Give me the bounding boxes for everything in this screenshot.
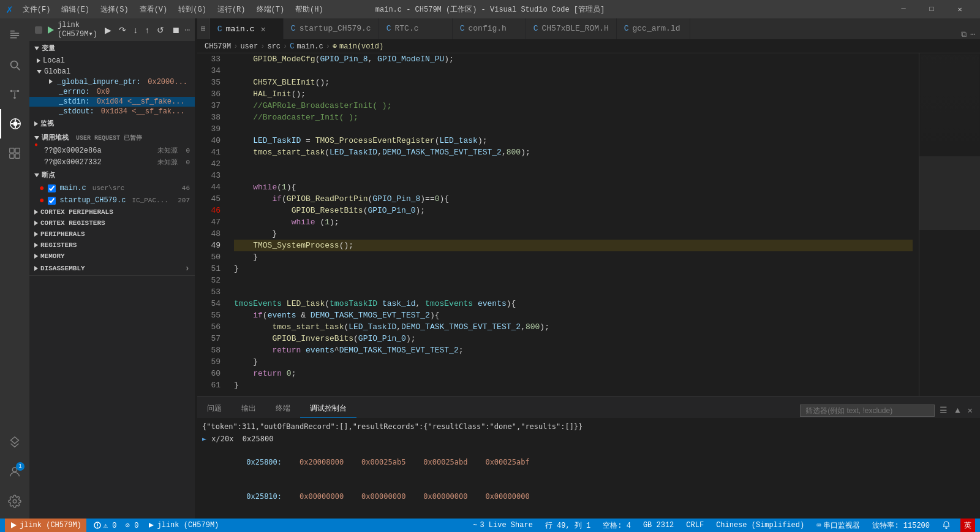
breadcrumb-user[interactable]: user: [240, 42, 258, 51]
peripherals-header[interactable]: PERIPHERALS: [29, 229, 195, 240]
variables-section-header[interactable]: 变量: [29, 41, 195, 55]
more-tabs-btn[interactable]: ⋯: [970, 29, 975, 39]
debug-stepout-btn[interactable]: ↑: [143, 24, 152, 36]
var-value-stdin: 0x1d04 <__sf_fake...: [97, 97, 185, 106]
status-eol[interactable]: CRLF: [684, 519, 706, 532]
registers-header[interactable]: REGISTERS: [29, 240, 195, 251]
menu-bar[interactable]: 文件(F) 编辑(E) 选择(S) 查看(V) 转到(G) 运行(R) 终端(T…: [18, 3, 328, 16]
activity-settings[interactable]: [0, 487, 29, 516]
maximize-button[interactable]: □: [918, 0, 946, 18]
status-indent[interactable]: 空格: 4: [600, 519, 633, 532]
menu-terminal[interactable]: 终端(T): [252, 3, 290, 16]
menu-edit[interactable]: 编辑(E): [56, 3, 94, 16]
disassembly-header[interactable]: DISASSEMBLY ›: [29, 262, 195, 276]
menu-goto[interactable]: 转到(G): [173, 3, 211, 16]
minimap-slider[interactable]: [919, 156, 980, 230]
debug-restart-btn[interactable]: ↺: [154, 24, 167, 36]
menu-view[interactable]: 查看(V): [135, 3, 173, 16]
stack-item-0[interactable]: ??@0x0002e86a 未知源 0: [29, 145, 195, 156]
status-monitor[interactable]: ⌨ 串口监视器: [814, 519, 862, 532]
panel-maximize-btn[interactable]: ▲: [952, 403, 962, 418]
svg-marker-23: [149, 523, 154, 528]
bp-item-1[interactable]: ● startup_CH579.c IC_PAC... 207: [29, 194, 195, 207]
panel-tab-debug-console[interactable]: 调试控制台: [300, 400, 356, 418]
activity-extensions[interactable]: [0, 139, 29, 168]
breakpoints-section-header[interactable]: 断点: [29, 168, 195, 182]
tab-config[interactable]: C config.h: [453, 18, 526, 39]
status-ime[interactable]: 英: [960, 519, 975, 532]
breakpoints-section: ● main.c user\src 46 ● startup_CH579.c I…: [29, 182, 195, 207]
tab-ble-rom[interactable]: C CH57xBLE_ROM.H: [526, 18, 617, 39]
global-group[interactable]: Global: [29, 66, 195, 77]
status-errors[interactable]: ⚠ 0 ⊘ 0: [91, 519, 141, 532]
cortex-peripherals-header[interactable]: CORTEX PERIPHERALS: [29, 207, 195, 218]
minimize-button[interactable]: —: [889, 0, 918, 18]
var-item-stdin[interactable]: _stdin: 0x1d04 <__sf_fake...: [29, 97, 195, 107]
debug-stepinto-btn[interactable]: ↓: [131, 24, 140, 36]
activity-explorer[interactable]: [0, 21, 29, 50]
status-position[interactable]: 行 49, 列 1: [543, 519, 593, 532]
panel-close-btn[interactable]: ✕: [965, 403, 975, 418]
status-language[interactable]: Chinese (Simplified): [714, 519, 807, 532]
local-group[interactable]: Local: [29, 55, 195, 66]
status-debug-session[interactable]: jlink (CH579M): [5, 519, 86, 532]
panel-layout-icon[interactable]: ⊞: [201, 24, 206, 34]
menu-file[interactable]: 文件(F): [18, 3, 56, 16]
status-liveshare[interactable]: ~ 3 Live Share: [470, 519, 535, 532]
callstack-section-header[interactable]: 调用堆栈 USER REQUEST 已暂停: [29, 131, 195, 145]
panel-content[interactable]: {"token":311,"outOfBandRecord":[],"resul…: [197, 418, 980, 519]
panel-filter-input[interactable]: [800, 405, 935, 417]
panel-tab-problems[interactable]: 问题: [197, 400, 232, 418]
var-name-stdin: _stdin:: [59, 97, 89, 106]
tab-ld[interactable]: C gcc_arm.ld: [617, 18, 690, 39]
watch-section-header[interactable]: 监视: [29, 116, 195, 131]
panel-tab-terminal[interactable]: 终端: [266, 400, 300, 418]
more-actions-btn[interactable]: ⋯: [185, 25, 190, 35]
memory-header[interactable]: MEMORY: [29, 251, 195, 262]
menu-run[interactable]: 运行(R): [213, 3, 251, 16]
svg-rect-11: [10, 148, 14, 153]
activity-scm[interactable]: [0, 80, 29, 109]
bp-checkbox-1[interactable]: [48, 197, 56, 205]
var-item-errno[interactable]: _errno: 0x0: [29, 87, 195, 97]
breadcrumb-project[interactable]: CH579M: [205, 42, 231, 51]
tab-main-c[interactable]: C main.c ✕: [210, 18, 284, 39]
breadcrumb-func[interactable]: main(void): [339, 42, 383, 51]
debug-continue-btn[interactable]: ▶: [102, 24, 114, 36]
tab-close-0[interactable]: ✕: [260, 24, 265, 34]
panel-tab-output[interactable]: 输出: [232, 400, 266, 418]
status-encoding[interactable]: GB 2312: [641, 519, 676, 532]
activity-accounts[interactable]: 1: [0, 457, 29, 487]
bp-checkbox-0[interactable]: [48, 184, 56, 192]
status-notifications[interactable]: [940, 519, 953, 532]
breadcrumb-file[interactable]: main.c: [296, 42, 323, 51]
registers-icon: [34, 243, 38, 248]
window-controls[interactable]: — □ ✕: [889, 0, 974, 18]
bp-item-0[interactable]: ● main.c user\src 46: [29, 182, 195, 194]
disassembly-icon: [34, 266, 38, 271]
status-baudrate[interactable]: 波特率: 115200: [870, 519, 932, 532]
menu-select[interactable]: 选择(S): [96, 3, 134, 16]
var-item-stdout[interactable]: _stdout: 0x1d34 <__sf_fak...: [29, 107, 195, 116]
breadcrumb-src[interactable]: src: [267, 42, 281, 51]
title-bar-left: ✗ 文件(F) 编辑(E) 选择(S) 查看(V) 转到(G) 运行(R) 终端…: [6, 2, 328, 16]
tab-rtc[interactable]: C RTC.c: [379, 18, 453, 39]
menu-help[interactable]: 帮助(H): [290, 3, 328, 16]
activity-search[interactable]: [0, 50, 29, 80]
cortex-registers-header[interactable]: CORTEX REGISTERS: [29, 218, 195, 229]
debug-stepover-btn[interactable]: ↷: [116, 24, 129, 36]
code-content[interactable]: GPIOB_ModeCfg(GPIO_Pin_8, GPIO_ModeIN_PU…: [228, 53, 919, 396]
ln-36: 36: [197, 88, 223, 100]
debug-stop-btn[interactable]: ⏹: [169, 24, 183, 36]
split-editor-btn[interactable]: ⧉: [961, 30, 967, 39]
stack-item-1[interactable]: ??@0x00027332 未知源 0: [29, 156, 195, 168]
activity-remote[interactable]: [0, 428, 29, 457]
sidebar-resize-icon[interactable]: ›: [185, 264, 190, 273]
debug-icon: [10, 522, 17, 529]
status-jlink[interactable]: jlink (CH579M): [146, 519, 221, 532]
var-item-global-impure[interactable]: _global_impure_ptr: 0x2000...: [29, 77, 195, 87]
tab-startup[interactable]: C startup_CH579.c: [284, 18, 379, 39]
activity-debug[interactable]: [0, 109, 29, 139]
panel-list-view-btn[interactable]: ☰: [937, 403, 950, 418]
close-button[interactable]: ✕: [946, 0, 974, 18]
